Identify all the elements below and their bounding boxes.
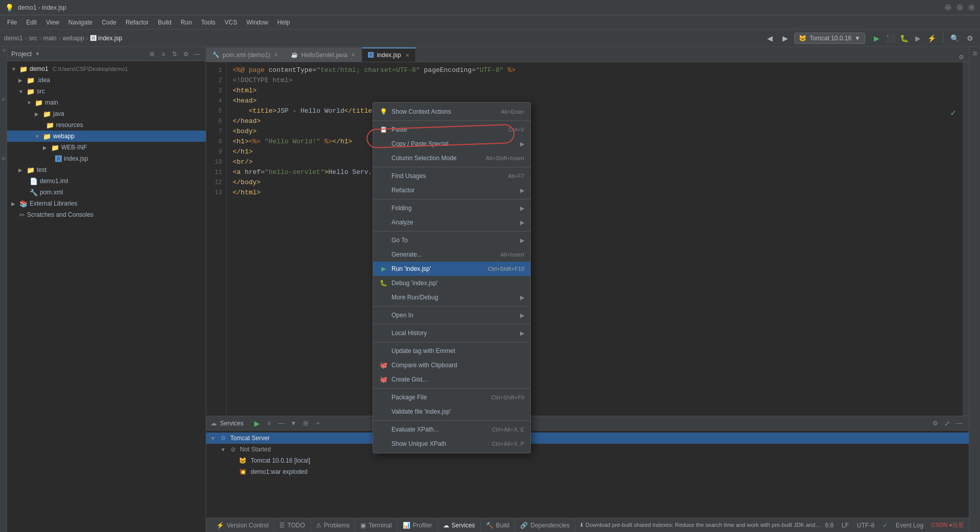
project-side-icon[interactable]: P bbox=[1, 49, 6, 52]
run-button[interactable]: ▶ bbox=[870, 32, 883, 44]
ctx-local-history[interactable]: Local History ▶ bbox=[373, 326, 530, 340]
ctx-evaluate-xpath[interactable]: Evaluate XPath... Ctrl+Alt+X, E bbox=[373, 422, 530, 437]
ctx-copy-paste-special[interactable]: Copy / Paste Special ▶ bbox=[373, 137, 530, 151]
tomcat-config-dropdown[interactable]: 🐱 Tomcat 10.0.16 ▼ bbox=[794, 33, 865, 44]
ctx-paste[interactable]: 📋 Paste Ctrl+V bbox=[373, 122, 530, 137]
maximize-services-button[interactable]: ⤢ bbox=[942, 418, 952, 428]
breadcrumb-demo1[interactable]: demo1 bbox=[4, 35, 23, 42]
tab-indexjsp-close[interactable]: ✕ bbox=[405, 53, 409, 58]
ctx-goto[interactable]: Go To ▶ bbox=[373, 233, 530, 247]
menu-tools[interactable]: Tools bbox=[197, 17, 219, 28]
ctx-show-context-actions[interactable]: 💡 Show Context Actions Alt+Enter bbox=[373, 105, 530, 119]
panel-settings-button[interactable]: ⚙ bbox=[181, 49, 190, 59]
locate-file-button[interactable]: ⊕ bbox=[148, 49, 157, 59]
expand-button[interactable]: ≡ bbox=[264, 418, 274, 428]
tree-item-external-libraries[interactable]: ▶ 📚 External Libraries bbox=[7, 198, 206, 209]
status-tab-services[interactable]: ☁ Services bbox=[438, 518, 481, 533]
tab-helloservlet-close[interactable]: ✕ bbox=[351, 52, 355, 58]
close-services-button[interactable]: — bbox=[954, 418, 965, 428]
ctx-update-tag-emmet[interactable]: Update tag with Emmet bbox=[373, 344, 530, 358]
menu-window[interactable]: Window bbox=[242, 17, 273, 28]
menu-edit[interactable]: Edit bbox=[22, 17, 41, 28]
service-not-started[interactable]: ▼ ⊘ Not Started bbox=[206, 444, 969, 455]
tree-item-scratches[interactable]: ▶ ✏ Scratches and Consoles bbox=[7, 209, 206, 220]
ctx-create-gist[interactable]: 🐙 Create Gist... bbox=[373, 372, 530, 387]
tab-pomxml-close[interactable]: ✕ bbox=[274, 52, 278, 58]
ctx-more-run-debug[interactable]: More Run/Debug ▶ bbox=[373, 290, 530, 305]
filter-button[interactable]: ▼ bbox=[288, 418, 299, 428]
status-tab-problems[interactable]: ⚠ Problems bbox=[311, 518, 356, 533]
tree-item-webapp[interactable]: ▼ 📁 webapp bbox=[7, 131, 206, 142]
structure-icon[interactable]: S bbox=[1, 98, 6, 101]
ctx-column-selection[interactable]: Column Selection Mode Alt+Shift+Insert bbox=[373, 151, 530, 165]
event-log-button[interactable]: ✓ bbox=[883, 522, 888, 529]
tree-item-idea[interactable]: ▶ 📁 .idea bbox=[7, 74, 206, 86]
back-button[interactable]: ◀ bbox=[764, 32, 776, 44]
run-tool-button[interactable]: ▶ bbox=[252, 418, 262, 428]
project-panel-dropdown-arrow[interactable]: ▼ bbox=[35, 51, 40, 57]
line-ending[interactable]: LF bbox=[842, 522, 849, 529]
tree-item-indexjsp[interactable]: ▶ 🅰 index.jsp bbox=[7, 153, 206, 164]
breadcrumb-file[interactable]: 🅰 index.jsp bbox=[90, 35, 122, 42]
status-tab-terminal[interactable]: ▣ Terminal bbox=[355, 518, 397, 533]
ctx-refactor[interactable]: Refactor ▶ bbox=[373, 183, 530, 197]
close-button[interactable]: × bbox=[968, 4, 975, 11]
tab-pomxml[interactable]: 🔧 pom.xml (demo1) ✕ bbox=[206, 47, 285, 62]
menu-help[interactable]: Help bbox=[273, 17, 294, 28]
add-service-button[interactable]: + bbox=[313, 418, 323, 428]
status-tab-build[interactable]: 🔨 Build bbox=[481, 518, 516, 533]
ctx-debug-indexjsp[interactable]: 🐛 Debug 'index.jsp' bbox=[373, 276, 530, 290]
status-tab-profiler[interactable]: 📊 Profiler bbox=[398, 518, 438, 533]
search-button[interactable]: 🔍 bbox=[948, 32, 961, 44]
menu-build[interactable]: Build bbox=[154, 17, 176, 28]
ctx-open-in[interactable]: Open In ▶ bbox=[373, 308, 530, 322]
menu-code[interactable]: Code bbox=[97, 17, 120, 28]
status-tab-dependencies[interactable]: 🔗 Dependencies bbox=[515, 518, 575, 533]
menu-run[interactable]: Run bbox=[177, 17, 196, 28]
ctx-compare-clipboard[interactable]: 🐙 Compare with Clipboard bbox=[373, 358, 530, 372]
maven-button[interactable]: M bbox=[970, 49, 979, 58]
profile-button[interactable]: ⚡ bbox=[925, 32, 938, 44]
group-button[interactable]: ⊞ bbox=[301, 418, 311, 428]
service-tomcat-server[interactable]: ▼ ⚙ Tomcat Server bbox=[206, 433, 969, 444]
maximize-button[interactable]: □ bbox=[957, 4, 963, 11]
service-tomcat-local[interactable]: 🐱 Tomcat 10.0.16 [local] bbox=[206, 455, 969, 466]
debug-button[interactable]: 🐛 bbox=[898, 32, 910, 44]
menu-navigate[interactable]: Navigate bbox=[64, 17, 96, 28]
collapse-button[interactable]: — bbox=[276, 418, 286, 428]
ctx-find-usages[interactable]: Find Usages Alt+F7 bbox=[373, 169, 530, 183]
tree-item-java[interactable]: ▶ 📁 java bbox=[7, 108, 206, 119]
ctx-folding[interactable]: Folding ▶ bbox=[373, 201, 530, 215]
breadcrumb-webapp[interactable]: webapp bbox=[63, 35, 84, 42]
ctx-show-unique-xpath[interactable]: Show Unique XPath Ctrl+Alt+X, P bbox=[373, 437, 530, 451]
stop-button[interactable]: ⬛ bbox=[884, 32, 896, 44]
tab-indexjsp[interactable]: 🅰 index.jsp ✕ bbox=[362, 47, 415, 62]
ctx-run-indexjsp[interactable]: ▶ Run 'index.jsp' Ctrl+Shift+F10 bbox=[373, 262, 530, 276]
tree-item-main[interactable]: ▼ 📁 main bbox=[7, 97, 206, 108]
collapse-all-button[interactable]: ≡ bbox=[159, 49, 168, 59]
panel-minimize-button[interactable]: — bbox=[192, 49, 202, 59]
breadcrumb-main[interactable]: main bbox=[43, 35, 57, 42]
menu-view[interactable]: View bbox=[42, 17, 63, 28]
menu-refactor[interactable]: Refactor bbox=[121, 17, 153, 28]
tree-item-pomxml[interactable]: ▶ 🔧 pom.xml bbox=[7, 187, 206, 198]
ctx-analyze[interactable]: Analyze ▶ bbox=[373, 215, 530, 230]
charset[interactable]: UTF-8 bbox=[857, 522, 874, 529]
tree-item-demo1iml[interactable]: ▶ 📄 demo1.iml bbox=[7, 175, 206, 187]
ctx-generate[interactable]: Generate... Alt+Insert bbox=[373, 247, 530, 262]
forward-button[interactable]: ▶ bbox=[779, 32, 791, 44]
editor-settings-button[interactable]: ⚙ bbox=[957, 53, 966, 62]
tree-item-src[interactable]: ▼ 📁 src bbox=[7, 86, 206, 97]
cursor-position[interactable]: 6:8 bbox=[825, 522, 834, 529]
tree-item-demo1[interactable]: ▼ 📁 demo1 C:\Users\CSF\Desktop\demo1 bbox=[7, 63, 206, 74]
tree-item-test[interactable]: ▶ 📁 test bbox=[7, 164, 206, 175]
event-log-label[interactable]: Event Log bbox=[896, 522, 923, 529]
menu-file[interactable]: File bbox=[3, 17, 21, 28]
settings-button[interactable]: ⚙ bbox=[964, 32, 976, 44]
tree-item-webinf[interactable]: ▶ 📁 WEB-INF bbox=[7, 142, 206, 153]
service-demo1-war[interactable]: 💥 demo1:war exploded bbox=[206, 466, 969, 477]
tree-item-resources[interactable]: ▶ 📁 resources bbox=[7, 119, 206, 131]
status-tab-version-control[interactable]: ⚡ Version Control bbox=[211, 518, 274, 533]
ctx-package-file[interactable]: Package File Ctrl+Shift+F9 bbox=[373, 390, 530, 404]
settings-services-button[interactable]: ⚙ bbox=[930, 418, 940, 428]
